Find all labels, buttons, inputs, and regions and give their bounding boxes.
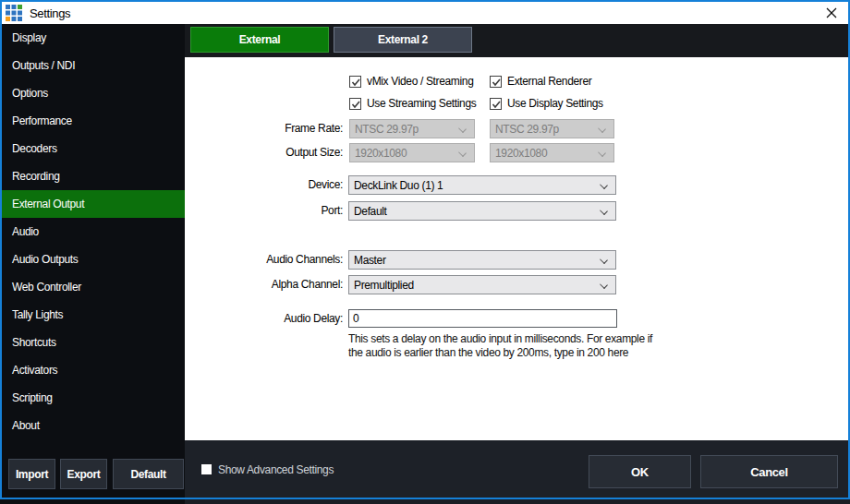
settings-window: Settings DisplayOutputs / NDIOptionsPerf… <box>0 0 850 499</box>
default-button[interactable]: Default <box>113 459 184 489</box>
frame-rate-select-1: NTSC 29.97p <box>349 119 475 138</box>
main-panel: ExternalExternal 2 vMix Video / Streamin… <box>185 24 848 498</box>
sidebar-button-row: Import Export Default <box>4 459 187 489</box>
output-size-select-1: 1920x1080 <box>349 143 475 162</box>
sidebar-item-shortcuts[interactable]: Shortcuts <box>2 329 185 356</box>
ok-button[interactable]: OK <box>589 455 691 488</box>
chevron-down-icon <box>600 207 608 215</box>
use-display-settings-checkbox-row: Use Display Settings <box>490 97 603 110</box>
output-size-select-2: 1920x1080 <box>490 143 614 162</box>
title-bar: Settings <box>2 2 848 24</box>
audio-delay-help-text: This sets a delay on the audio input in … <box>348 332 810 360</box>
tab-external-2[interactable]: External 2 <box>334 27 472 53</box>
chevron-down-icon <box>600 181 608 189</box>
export-button[interactable]: Export <box>60 459 107 489</box>
sidebar-item-decoders[interactable]: Decoders <box>2 135 185 162</box>
vmix-logo-icon <box>6 5 22 21</box>
sidebar-item-options[interactable]: Options <box>2 79 185 107</box>
chevron-down-icon <box>600 281 608 289</box>
vmix-video-streaming-checkbox[interactable] <box>349 76 361 88</box>
use-streaming-settings-label: Use Streaming Settings <box>367 97 476 110</box>
device-label: Device: <box>185 175 343 195</box>
use-display-settings-label: Use Display Settings <box>507 97 603 110</box>
use-streaming-settings-checkbox-row: Use Streaming Settings <box>349 97 476 110</box>
device-select[interactable]: DeckLink Duo (1) 1 <box>348 175 616 195</box>
checkmark-icon <box>350 99 362 111</box>
audio-delay-label: Audio Delay: <box>185 309 343 328</box>
alpha-channel-select[interactable]: Premultiplied <box>348 275 616 294</box>
chevron-down-icon <box>598 149 606 157</box>
frame-rate-label: Frame Rate: <box>185 119 343 138</box>
sidebar-item-scripting[interactable]: Scripting <box>2 384 185 412</box>
sidebar-item-external-output[interactable]: External Output <box>2 190 185 218</box>
window-title: Settings <box>30 6 70 20</box>
sidebar-nav: DisplayOutputs / NDIOptionsPerformanceDe… <box>2 24 185 498</box>
show-advanced-settings-checkbox[interactable] <box>201 464 212 474</box>
audio-channels-select[interactable]: Master <box>348 250 616 270</box>
chevron-down-icon <box>458 149 467 157</box>
sidebar-item-outputs-ndi[interactable]: Outputs / NDI <box>2 52 185 79</box>
sidebar-item-about[interactable]: About <box>2 412 185 439</box>
vmix-video-streaming-checkbox-row: vMix Video / Streaming <box>349 75 473 88</box>
checkmark-icon <box>491 77 503 89</box>
footer-bar: Show Advanced Settings OK Cancel <box>185 440 848 498</box>
tab-bar: ExternalExternal 2 <box>185 24 848 57</box>
tab-external[interactable]: External <box>190 27 329 53</box>
show-advanced-settings-label: Show Advanced Settings <box>218 463 334 476</box>
sidebar-item-audio[interactable]: Audio <box>2 218 185 246</box>
alpha-channel-label: Alpha Channel: <box>185 275 343 294</box>
close-icon <box>826 7 837 18</box>
sidebar-item-web-controller[interactable]: Web Controller <box>2 273 185 301</box>
sidebar-item-performance[interactable]: Performance <box>2 107 185 135</box>
chevron-down-icon <box>600 256 608 264</box>
external-renderer-checkbox-row: External Renderer <box>490 75 591 88</box>
external-renderer-checkbox[interactable] <box>490 76 502 88</box>
show-advanced-settings-row: Show Advanced Settings <box>201 463 334 475</box>
sidebar-item-tally-lights[interactable]: Tally Lights <box>2 301 185 329</box>
checkmark-icon <box>350 77 362 89</box>
chevron-down-icon <box>598 125 606 133</box>
use-display-settings-checkbox[interactable] <box>490 98 502 110</box>
audio-delay-input[interactable]: 0 <box>348 309 617 328</box>
use-streaming-settings-checkbox[interactable] <box>349 98 361 110</box>
port-label: Port: <box>185 201 343 221</box>
external-renderer-label: External Renderer <box>507 75 591 88</box>
sidebar-item-recording[interactable]: Recording <box>2 162 185 190</box>
sidebar-item-activators[interactable]: Activators <box>2 356 185 384</box>
chevron-down-icon <box>458 125 467 133</box>
audio-delay-help-line-2: the audio is earlier than the video by 2… <box>348 346 810 360</box>
output-size-label: Output Size: <box>185 143 343 162</box>
port-select[interactable]: Default <box>348 201 616 221</box>
external-output-form: vMix Video / Streaming External Renderer <box>185 57 848 440</box>
checkmark-icon <box>491 99 503 111</box>
cancel-button[interactable]: Cancel <box>700 455 838 488</box>
close-button[interactable] <box>820 3 843 23</box>
vmix-video-streaming-label: vMix Video / Streaming <box>367 75 473 88</box>
sidebar-item-display[interactable]: Display <box>2 24 185 52</box>
audio-delay-help-line-1: This sets a delay on the audio input in … <box>348 332 810 346</box>
audio-channels-label: Audio Channels: <box>185 250 343 270</box>
import-button[interactable]: Import <box>8 459 55 489</box>
frame-rate-select-2: NTSC 29.97p <box>490 119 614 138</box>
sidebar-item-audio-outputs[interactable]: Audio Outputs <box>2 246 185 273</box>
